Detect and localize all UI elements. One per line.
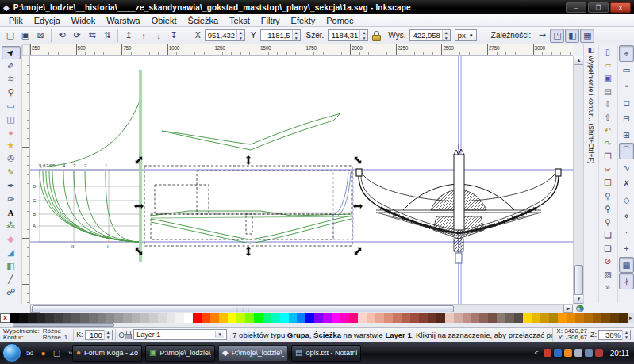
menu-pomoc[interactable]: Pomoc: [321, 16, 359, 25]
color-swatch[interactable]: [601, 313, 610, 323]
snap-midpoints-icon[interactable]: ·: [619, 224, 634, 241]
color-swatch[interactable]: [393, 313, 402, 323]
layer-dropdown[interactable]: Layer 1 ▼: [133, 329, 227, 340]
maximize-button[interactable]: ❐: [588, 2, 609, 13]
color-swatch[interactable]: [210, 313, 219, 323]
color-swatch[interactable]: [280, 313, 289, 323]
affect-patterns-icon[interactable]: ▦: [580, 29, 594, 43]
y-field[interactable]: -1181,5▲▼: [260, 29, 301, 41]
color-swatch[interactable]: [123, 313, 132, 323]
duplicate-icon[interactable]: ❏: [601, 228, 616, 242]
deselect-icon[interactable]: ⊠: [33, 29, 48, 43]
palette-scroll-right-icon[interactable]: ▸: [628, 313, 634, 323]
network-tray-icon[interactable]: [585, 349, 593, 357]
globe-tray-icon[interactable]: [554, 349, 562, 357]
zoom-selection-icon[interactable]: ⚲: [601, 190, 616, 203]
minimize-button[interactable]: –: [566, 2, 586, 13]
snap-bbox-centers-icon[interactable]: ⊞: [619, 127, 634, 144]
xml-editor-icon[interactable]: ▧: [601, 268, 616, 282]
layer-visibility-icon[interactable]: ⊙: [118, 331, 125, 339]
menu-widok[interactable]: Widok: [66, 16, 102, 25]
commands-overflow-icon[interactable]: »: [601, 281, 616, 294]
tool-bucket-fill[interactable]: ◢: [2, 246, 21, 259]
color-swatch[interactable]: [454, 313, 463, 323]
open-document-icon[interactable]: ▱: [601, 59, 616, 72]
color-swatch[interactable]: [289, 313, 298, 323]
height-field[interactable]: 422,958▲▼: [409, 29, 450, 41]
print-icon[interactable]: ▤: [601, 85, 616, 98]
tool-tweak[interactable]: ≋: [2, 73, 21, 86]
tool-selector[interactable]: ➤: [2, 46, 21, 59]
color-swatch[interactable]: [167, 313, 175, 323]
color-swatch[interactable]: [140, 313, 149, 323]
snap-paths-icon[interactable]: ∿: [619, 159, 634, 176]
vertical-scrollbar[interactable]: ▲ ▼: [573, 56, 583, 304]
zoom-field[interactable]: 38%▲▼: [598, 330, 631, 340]
export-icon[interactable]: ⇧: [601, 111, 616, 125]
color-swatch[interactable]: [549, 313, 558, 323]
tool-pen[interactable]: ✒: [2, 179, 21, 193]
color-swatch[interactable]: [505, 313, 514, 323]
tool-3dbox[interactable]: ◫: [2, 113, 21, 126]
color-swatch[interactable]: [245, 313, 254, 323]
color-swatch[interactable]: [558, 313, 567, 323]
color-swatch[interactable]: [98, 313, 106, 323]
horizontal-scrollbar[interactable]: ◀ ▶: [30, 304, 573, 313]
color-swatch[interactable]: [610, 313, 619, 323]
color-swatch[interactable]: [219, 313, 228, 323]
color-swatch[interactable]: [158, 313, 167, 323]
color-swatch[interactable]: [10, 313, 19, 323]
color-swatch[interactable]: [63, 313, 71, 323]
tool-star[interactable]: ★: [2, 140, 21, 153]
color-swatch[interactable]: [428, 313, 436, 323]
snap-enable-icon[interactable]: ⌖: [619, 45, 634, 62]
tray-chevron-icon[interactable]: <: [534, 349, 538, 357]
color-swatch[interactable]: [106, 313, 114, 323]
task-button[interactable]: ●Forum Koga - Zoba...: [72, 345, 142, 362]
rotate-cw-icon[interactable]: ⟳: [70, 29, 84, 43]
color-swatch[interactable]: [263, 313, 271, 323]
color-swatch[interactable]: [575, 313, 584, 323]
color-swatch[interactable]: [567, 313, 575, 323]
update-tray-icon[interactable]: [564, 349, 572, 357]
snap-intersections-icon[interactable]: ✗: [619, 175, 634, 192]
snap-bbox-corners-icon[interactable]: ◻: [619, 94, 634, 111]
color-swatch[interactable]: [488, 313, 497, 323]
color-swatch[interactable]: [305, 313, 314, 323]
save-document-icon[interactable]: ▣: [601, 71, 616, 85]
color-swatch[interactable]: [463, 313, 471, 323]
firefox-quicklaunch-icon[interactable]: ●: [38, 348, 48, 358]
lower-to-bottom-icon[interactable]: ↧: [167, 29, 181, 43]
menu-filtry[interactable]: Filtry: [256, 16, 286, 25]
snap-centers-icon[interactable]: +: [619, 240, 634, 257]
color-swatch[interactable]: [297, 313, 305, 323]
undo-icon[interactable]: ↶: [601, 124, 616, 137]
zoom-drawing-icon[interactable]: ⚲: [601, 202, 616, 216]
tool-pencil[interactable]: ✎: [2, 166, 21, 179]
paste-icon[interactable]: ❒: [601, 176, 616, 190]
color-swatch[interactable]: [349, 313, 358, 323]
color-swatch[interactable]: [358, 313, 367, 323]
color-swatch[interactable]: [340, 313, 349, 323]
color-swatch[interactable]: [132, 313, 140, 323]
color-swatch[interactable]: [236, 313, 245, 323]
menu-obiekt[interactable]: Obiekt: [146, 16, 183, 25]
color-swatch[interactable]: [332, 313, 340, 323]
flip-vertical-icon[interactable]: ⇅: [100, 29, 114, 43]
close-button[interactable]: x: [610, 2, 631, 13]
flip-horizontal-icon[interactable]: ⇆: [85, 29, 99, 43]
import-icon[interactable]: ⇩: [601, 98, 616, 111]
tool-ellipse[interactable]: ●: [2, 126, 21, 140]
x-field[interactable]: 951,432▲▼: [205, 29, 245, 41]
tool-eraser[interactable]: ◆: [2, 232, 21, 246]
color-swatch[interactable]: [184, 313, 193, 323]
redo-icon[interactable]: ↷: [601, 137, 616, 151]
color-swatch[interactable]: [479, 313, 488, 323]
color-swatch[interactable]: [202, 313, 210, 323]
tool-spray[interactable]: ⁂: [2, 219, 21, 232]
affect-move-icon[interactable]: ⇝: [535, 29, 549, 43]
color-swatch[interactable]: [619, 313, 628, 323]
color-swatch[interactable]: [375, 313, 384, 323]
fill-stroke-indicator[interactable]: Wypełnienie: Różne Kontur: Różne 1: [0, 328, 71, 342]
color-swatch[interactable]: [71, 313, 80, 323]
